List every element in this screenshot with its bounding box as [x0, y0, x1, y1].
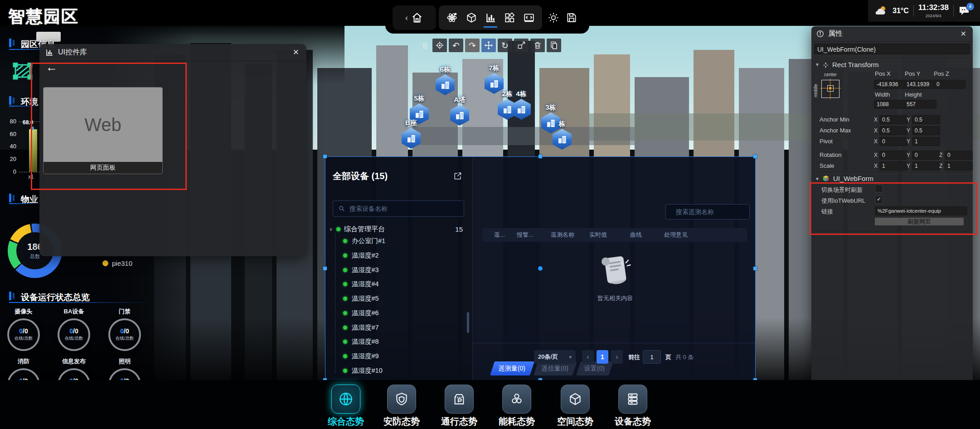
delete-button[interactable]: [530, 39, 545, 52]
scale-tool-button[interactable]: [514, 39, 529, 52]
selection-center-handle[interactable]: [538, 266, 543, 271]
building-marker[interactable]: 栋: [548, 120, 577, 150]
width-value[interactable]: 1088: [874, 100, 907, 109]
scale-z[interactable]: 1: [945, 161, 973, 171]
building-marker[interactable]: 6栋: [431, 65, 460, 95]
tree-item-device[interactable]: 温湿度#2: [343, 249, 470, 262]
use-iot-label: 使用IoTWebURL: [821, 197, 865, 205]
web-panel-card[interactable]: Web 网页面板: [43, 87, 163, 174]
pause-button[interactable]: ||: [418, 39, 432, 52]
nav-item-security[interactable]: 安防态势: [374, 382, 429, 428]
anchor-min-y[interactable]: 0.5: [912, 115, 940, 124]
move-tool-button[interactable]: [481, 39, 496, 52]
rotate-tool-button[interactable]: ↻: [498, 39, 512, 52]
link-value-field[interactable]: %2Fganwei-iotcenter-equip: [875, 206, 967, 215]
rotation-x[interactable]: 0: [879, 151, 907, 160]
message-button[interactable]: 4: [958, 5, 971, 16]
tree-scrollbar[interactable]: [467, 312, 469, 333]
telemetry-search[interactable]: [665, 204, 750, 219]
chevron-left-icon[interactable]: ‹: [405, 13, 408, 23]
tree-item-device[interactable]: 温湿度#5: [343, 292, 470, 305]
use-iot-checkbox[interactable]: ✓: [875, 195, 883, 204]
save-icon[interactable]: [566, 12, 577, 24]
tree-item-device[interactable]: 温湿度#10: [343, 364, 470, 377]
scale-x[interactable]: 1: [879, 161, 907, 171]
building-marker[interactable]: A塔: [445, 96, 474, 126]
refresh-on-scene-checkbox[interactable]: [875, 185, 883, 193]
code-panel-icon[interactable]: [523, 12, 535, 24]
rotation-y[interactable]: 0: [912, 151, 940, 160]
pos-y-value[interactable]: 143.1939: [904, 80, 936, 89]
scale-y[interactable]: 1: [912, 161, 940, 171]
selection-handle[interactable]: [323, 155, 327, 158]
tree-item-device[interactable]: 温湿度#8: [343, 335, 470, 348]
pivot-y[interactable]: 1: [912, 137, 940, 146]
scene-cube-icon[interactable]: [466, 12, 477, 24]
selection-handle[interactable]: [323, 267, 327, 270]
building-marker-label: 3栋: [536, 103, 565, 112]
current-page-button[interactable]: 1: [597, 350, 608, 364]
tree-item-device[interactable]: 温湿度#3: [343, 263, 470, 277]
widget-library-header[interactable]: UI控件库 ✕: [39, 44, 306, 61]
pos-z-value[interactable]: 0: [934, 80, 965, 89]
tree-item-device[interactable]: 温湿度#6: [343, 306, 470, 320]
height-value[interactable]: 557: [904, 100, 936, 109]
prev-page-button[interactable]: ‹: [582, 350, 594, 364]
selection-handle[interactable]: [753, 267, 757, 270]
properties-header[interactable]: 属性 ✕: [811, 26, 973, 42]
home-icon[interactable]: [411, 11, 423, 24]
status-dot: [343, 253, 347, 258]
tree-item-device[interactable]: 温湿度#4: [343, 277, 470, 291]
nav-item-energy[interactable]: 能耗态势: [490, 382, 544, 428]
locate-button[interactable]: [432, 39, 447, 52]
rotation-z[interactable]: 0: [945, 151, 973, 160]
nav-item-devices[interactable]: 设备态势: [606, 382, 660, 428]
section-caret[interactable]: ▼: [815, 62, 820, 67]
building-marker[interactable]: B座: [397, 119, 426, 149]
building-marker[interactable]: 4栋: [507, 90, 536, 120]
device-search-input[interactable]: [349, 205, 458, 213]
tree-item-device[interactable]: 温湿度#7: [343, 321, 470, 334]
object-name-field[interactable]: UI_WebForm(Clone): [814, 44, 970, 54]
refresh-web-button[interactable]: 刷新网页: [875, 218, 964, 225]
telemetry-search-input[interactable]: [675, 208, 759, 216]
close-icon[interactable]: ✕: [961, 29, 966, 38]
selection-handle[interactable]: [753, 155, 757, 158]
blocks-icon[interactable]: [504, 12, 515, 24]
tree-item-device[interactable]: 办公室门#1: [343, 234, 470, 248]
chevron-right-icon: ›: [616, 353, 618, 361]
device-search[interactable]: [333, 200, 464, 217]
section-caret[interactable]: ▼: [815, 176, 820, 181]
selection-handle[interactable]: [539, 155, 542, 158]
redo-button[interactable]: ↷: [465, 39, 480, 52]
tab-telemetry[interactable]: 遥测量(0): [490, 361, 534, 375]
tab-settings[interactable]: 设置(0): [576, 361, 613, 375]
tree-expand-caret[interactable]: ∨: [329, 226, 333, 232]
nav-item-traffic[interactable]: 通行态势: [432, 382, 486, 428]
nav-item-overview[interactable]: 综合态势: [319, 382, 373, 428]
status-cluster: 31°C 11:32:38 2024/9/4 4: [868, 0, 980, 22]
settings-gear-icon[interactable]: [548, 12, 559, 24]
close-icon[interactable]: ✕: [293, 48, 299, 57]
nav-item-space[interactable]: 空间态势: [548, 382, 602, 428]
tree-item-device[interactable]: 温湿度#9: [343, 349, 470, 363]
undo-button[interactable]: ↶: [449, 39, 463, 52]
copy-button[interactable]: [547, 39, 561, 52]
panel-divider: [472, 156, 473, 380]
anchor-min-x[interactable]: 0.5: [879, 115, 907, 124]
next-page-button[interactable]: ›: [611, 350, 623, 364]
anchor-max-x[interactable]: 0.5: [879, 126, 907, 135]
pos-x-value[interactable]: -418.936: [874, 80, 907, 89]
open-external-button[interactable]: [453, 171, 462, 180]
anchor-preset-widget[interactable]: [821, 80, 839, 98]
rotation-label: Rotation: [820, 151, 841, 158]
goto-page-input[interactable]: [643, 350, 661, 364]
effects-atom-icon[interactable]: [446, 12, 458, 24]
pivot-x[interactable]: 0: [879, 137, 907, 146]
page-size-select[interactable]: 20条/页 ▾: [534, 350, 576, 364]
back-arrow[interactable]: ←: [46, 60, 58, 74]
anchor-max-y[interactable]: 0.5: [912, 126, 940, 135]
chart-widgets-icon-active[interactable]: [485, 12, 496, 24]
status-dot: [343, 369, 347, 373]
tree-root-row[interactable]: ∨ 综合管理平台 15: [329, 223, 467, 235]
